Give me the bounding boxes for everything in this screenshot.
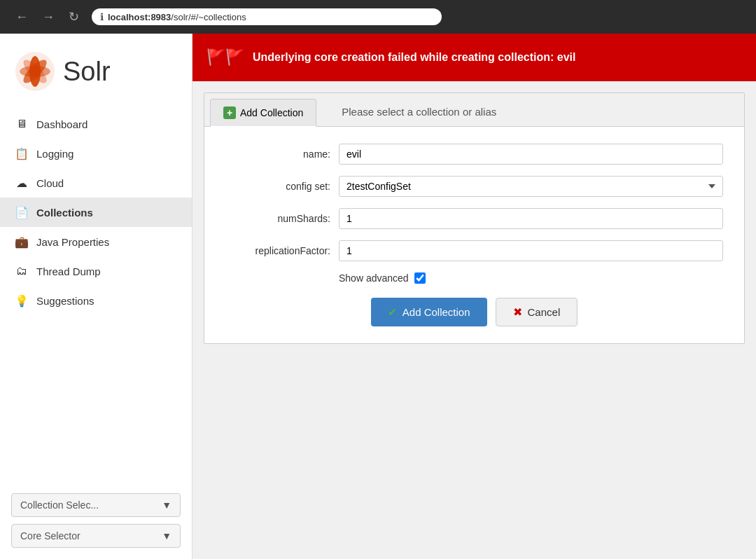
show-advanced-label: Show advanced	[339, 272, 409, 284]
sidebar-item-collections[interactable]: 📄 Collections	[0, 198, 192, 227]
main-layout: Solr 🖥 Dashboard 📋 Logging ☁ Cloud 📄 Col…	[0, 34, 756, 559]
collection-selector[interactable]: Collection Selec... ▼	[11, 493, 181, 517]
show-advanced-row: Show advanced	[225, 272, 723, 284]
sidebar-item-collections-label: Collections	[36, 207, 93, 219]
form-row-name: name:	[225, 144, 723, 165]
sidebar-item-suggestions-label: Suggestions	[36, 295, 94, 307]
sidebar-item-java-properties[interactable]: 💼 Java Properties	[0, 227, 192, 256]
x-icon: ✖	[513, 305, 522, 319]
form-row-config-set: config set: 2testConfigSet _default	[225, 176, 723, 197]
add-collection-tab[interactable]: + Add Collection	[210, 99, 316, 127]
sidebar-bottom: Collection Selec... ▼ Core Selector ▼	[0, 482, 192, 559]
please-select-text: Please select a collection or alias	[328, 97, 510, 126]
collections-icon: 📄	[14, 205, 29, 220]
add-collection-button-label: Add Collection	[402, 306, 470, 318]
name-label: name:	[225, 149, 330, 160]
add-collection-form: name: config set: 2testConfigSet _defaul…	[204, 127, 744, 343]
solr-logo	[14, 50, 56, 92]
error-message: Underlying core creation failed while cr…	[253, 51, 575, 64]
sidebar-item-cloud-label: Cloud	[36, 177, 64, 189]
sidebar-item-dashboard[interactable]: 🖥 Dashboard	[0, 109, 192, 139]
plus-icon: +	[223, 106, 236, 119]
add-collection-tab-label: Add Collection	[240, 107, 303, 118]
tab-form-panel: + Add Collection Please select a collect…	[204, 92, 745, 344]
core-selector-chevron: ▼	[162, 530, 172, 541]
sidebar-item-logging-label: Logging	[36, 148, 74, 160]
suggestions-icon: 💡	[14, 293, 29, 308]
name-input[interactable]	[339, 144, 723, 165]
forward-button[interactable]: →	[38, 7, 59, 27]
logging-icon: 📋	[14, 146, 29, 161]
core-selector-label: Core Selector	[20, 530, 80, 541]
sidebar-item-logging[interactable]: 📋 Logging	[0, 139, 192, 168]
back-button[interactable]: ←	[11, 7, 32, 27]
info-icon: ℹ	[100, 11, 104, 22]
thread-dump-icon: 🗂	[14, 263, 29, 279]
num-shards-label: numShards:	[225, 213, 330, 224]
config-set-select[interactable]: 2testConfigSet _default	[339, 176, 723, 197]
sidebar-item-thread-dump-label: Thread Dump	[36, 265, 101, 277]
core-selector[interactable]: Core Selector ▼	[11, 524, 181, 548]
collection-selector-chevron: ▼	[162, 499, 172, 511]
sidebar-item-dashboard-label: Dashboard	[36, 118, 88, 130]
form-row-replication: replicationFactor:	[225, 240, 723, 261]
sidebar: Solr 🖥 Dashboard 📋 Logging ☁ Cloud 📄 Col…	[0, 34, 192, 559]
error-banner: 🚩🚩 Underlying core creation failed while…	[192, 34, 756, 81]
replication-input[interactable]	[339, 240, 723, 261]
show-advanced-checkbox[interactable]	[414, 272, 426, 284]
sidebar-item-cloud[interactable]: ☁ Cloud	[0, 168, 192, 198]
form-row-num-shards: numShards:	[225, 208, 723, 229]
replication-label: replicationFactor:	[225, 245, 330, 256]
collection-selector-label: Collection Selec...	[20, 499, 99, 511]
config-set-label: config set:	[225, 181, 330, 192]
browser-chrome: ← → ↻ ℹ localhost:8983/solr/#/~collectio…	[0, 0, 756, 34]
sidebar-item-suggestions[interactable]: 💡 Suggestions	[0, 286, 192, 315]
address-bar[interactable]: ℹ localhost:8983/solr/#/~collections	[92, 8, 442, 25]
error-icon: 🚩🚩	[206, 48, 244, 67]
cloud-icon: ☁	[14, 175, 29, 191]
sidebar-nav: 🖥 Dashboard 📋 Logging ☁ Cloud 📄 Collecti…	[0, 109, 192, 315]
cancel-button-label: Cancel	[528, 306, 561, 318]
app-name: Solr	[63, 58, 111, 85]
checkmark-icon: ✔	[388, 305, 397, 319]
sidebar-item-java-properties-label: Java Properties	[36, 236, 109, 248]
num-shards-input[interactable]	[339, 208, 723, 229]
reload-button[interactable]: ↻	[64, 6, 83, 27]
browser-nav: ← → ↻	[11, 6, 83, 27]
dashboard-icon: 🖥	[14, 116, 29, 132]
logo-area: Solr	[0, 45, 192, 109]
cancel-button[interactable]: ✖ Cancel	[496, 298, 578, 326]
sidebar-item-thread-dump[interactable]: 🗂 Thread Dump	[0, 256, 192, 286]
java-properties-icon: 💼	[14, 234, 29, 249]
svg-point-5	[31, 67, 39, 76]
url-display: localhost:8983/solr/#/~collections	[108, 12, 246, 22]
content-area: 🚩🚩 Underlying core creation failed while…	[192, 34, 756, 559]
tab-row: + Add Collection Please select a collect…	[204, 93, 744, 127]
form-buttons: ✔ Add Collection ✖ Cancel	[225, 298, 723, 326]
add-collection-button[interactable]: ✔ Add Collection	[371, 298, 487, 326]
